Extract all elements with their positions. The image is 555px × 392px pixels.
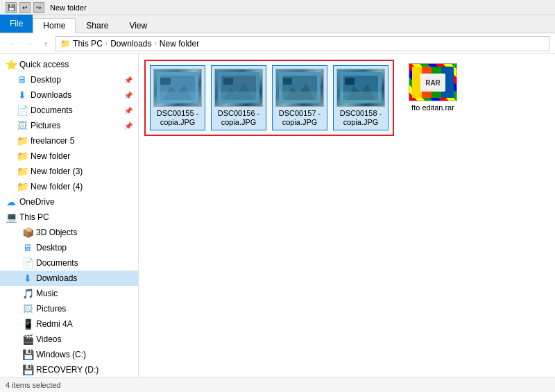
sidebar-item-label: freelancer 5 <box>31 136 74 146</box>
sidebar-item-label: Quick access <box>19 60 69 69</box>
tab-file[interactable]: File <box>0 15 33 33</box>
folder-icon: 📁 <box>17 166 28 177</box>
svg-rect-19 <box>345 78 355 85</box>
sidebar-item-documents-quick[interactable]: 📄 Documents 📌 <box>0 103 138 118</box>
thumbnail-image <box>215 69 262 106</box>
save-icon[interactable]: 💾 <box>6 2 17 13</box>
sidebar-item-label: Documents <box>31 105 73 115</box>
sidebar-item-new-folder[interactable]: 📁 New folder <box>0 148 138 164</box>
sidebar-item-label: Documents <box>36 258 78 268</box>
svg-rect-9 <box>223 78 233 85</box>
phone-icon: 📱 <box>22 318 33 330</box>
up-button[interactable]: ↑ <box>39 37 53 51</box>
sidebar-item-label: Desktop <box>36 243 67 253</box>
sidebar-item-music[interactable]: 🎵 Music <box>0 286 138 301</box>
thumbnail-image <box>154 69 201 106</box>
svg-rect-21 <box>412 67 422 98</box>
sidebar-item-new-folder4[interactable]: 📁 New folder (4) <box>0 179 138 194</box>
sidebar-item-onedrive[interactable]: ☁ OneDrive <box>0 194 138 210</box>
file-item-dsc157[interactable]: DSC00157 - copia.JPG <box>272 65 327 130</box>
file-thumbnail <box>153 69 202 107</box>
file-item-dsc155[interactable]: DSC00155 - copia.JPG <box>150 65 205 130</box>
folder-icon: 📁 <box>17 135 28 146</box>
sidebar-item-label: Pictures <box>36 304 66 314</box>
address-path[interactable]: 📁 This PC › Downloads › New folder <box>56 36 549 51</box>
sidebar-item-videos[interactable]: 🎬 Videos <box>0 332 138 347</box>
sidebar-item-new-folder3[interactable]: 📁 New folder (3) <box>0 164 138 179</box>
svg-rect-14 <box>283 78 292 85</box>
address-bar: ← → ↑ 📁 This PC › Downloads › New folder <box>0 33 555 54</box>
file-thumbnail <box>336 69 385 107</box>
sidebar-item-label: New folder <box>31 151 70 161</box>
sidebar-item-label: RECOVERY (D:) <box>36 365 99 375</box>
file-item-rar[interactable]: RAR fto editan.rar <box>405 60 461 136</box>
sidebar-item-label: Downloads <box>36 273 77 283</box>
ribbon: File Home Share View <box>0 15 555 33</box>
main-layout: ⭐ Quick access 🖥 Desktop 📌 ⬇ Downloads 📌… <box>0 54 555 392</box>
tab-view[interactable]: View <box>119 17 157 33</box>
svg-rect-4 <box>160 78 171 85</box>
file-thumbnail <box>214 69 263 107</box>
folder-icon: 📁 <box>17 151 28 162</box>
sidebar-item-freelancer5[interactable]: 📁 freelancer 5 <box>0 133 138 148</box>
sidebar-item-label: Music <box>36 289 58 298</box>
pc-icon: 💻 <box>6 212 17 223</box>
sidebar-item-pictures-quick[interactable]: 🖼 Pictures 📌 <box>0 118 138 133</box>
desktop-icon: 🖥 <box>22 242 33 253</box>
file-thumbnail-rar: RAR <box>409 63 457 101</box>
sidebar-item-3d-objects[interactable]: 📦 3D Objects <box>0 225 138 240</box>
svg-rect-8 <box>218 92 259 103</box>
tab-home[interactable]: Home <box>33 18 76 33</box>
status-text: 4 items selected <box>6 381 60 389</box>
sidebar-item-desktop[interactable]: 🖥 Desktop 📌 <box>0 72 138 87</box>
sidebar-item-windows-c[interactable]: 💾 Windows (C:) <box>0 347 138 362</box>
sidebar-item-label: New folder (4) <box>31 182 83 191</box>
sidebar-item-pictures-pc[interactable]: 🖼 Pictures <box>0 301 138 316</box>
file-name: DSC00157 - copia.JPG <box>275 109 324 127</box>
thumbnail-image <box>276 69 323 106</box>
drive-icon: 💾 <box>22 349 33 360</box>
file-grid: DSC00155 - copia.JPG <box>144 60 549 136</box>
sidebar-item-this-pc[interactable]: 💻 This PC <box>0 210 138 225</box>
sidebar-item-desktop-pc[interactable]: 🖥 Desktop <box>0 240 138 255</box>
file-name: DSC00158 - copia.JPG <box>336 109 385 127</box>
path-thispc: 📁 This PC <box>60 39 103 49</box>
sidebar-item-quick-access[interactable]: ⭐ Quick access <box>0 57 138 72</box>
pin-icon: 📌 <box>124 76 133 84</box>
pin-icon: 📌 <box>124 92 133 99</box>
pictures-icon: 🖼 <box>22 303 33 314</box>
drive-icon: 💾 <box>22 364 33 375</box>
svg-rect-13 <box>279 92 321 103</box>
forward-button[interactable]: → <box>22 37 36 51</box>
sidebar-item-recovery-d[interactable]: 💾 RECOVERY (D:) <box>0 362 138 377</box>
documents-icon: 📄 <box>17 105 28 116</box>
sidebar-item-label: This PC <box>19 212 49 222</box>
path-arrow-2: › <box>155 40 157 47</box>
threed-icon: 📦 <box>22 227 33 238</box>
undo-icon[interactable]: ↩ <box>19 2 31 13</box>
tab-share[interactable]: Share <box>76 17 119 33</box>
redo-icon[interactable]: ↪ <box>33 2 44 13</box>
star-icon: ⭐ <box>6 59 17 70</box>
sidebar-item-documents-pc[interactable]: 📄 Documents <box>0 255 138 271</box>
folder-icon: 📁 <box>17 181 28 192</box>
back-button[interactable]: ← <box>6 37 19 51</box>
sidebar-item-label: Windows (C:) <box>36 350 86 359</box>
sidebar-item-label: 3D Objects <box>36 228 77 237</box>
sidebar-item-downloads-pc[interactable]: ⬇ Downloads <box>0 271 138 286</box>
sidebar-item-label: Desktop <box>31 75 61 85</box>
sidebar-item-redmi4a[interactable]: 📱 Redmi 4A <box>0 316 138 332</box>
file-thumbnail <box>275 69 324 107</box>
title-bar-title: New folder <box>50 3 87 12</box>
file-name: DSC00155 - copia.JPG <box>153 109 202 127</box>
svg-text:RAR: RAR <box>425 79 441 87</box>
pin-icon: 📌 <box>124 122 133 130</box>
path-arrow-1: › <box>105 40 108 47</box>
sidebar-item-downloads-quick[interactable]: ⬇ Downloads 📌 <box>0 87 138 103</box>
sidebar-item-label: Redmi 4A <box>36 319 73 329</box>
downloads-icon: ⬇ <box>22 273 33 284</box>
rar-icon: RAR <box>409 64 456 101</box>
file-item-dsc158[interactable]: DSC00158 - copia.JPG <box>333 65 388 130</box>
file-item-dsc156[interactable]: DSC00156 - copia.JPG <box>211 65 266 130</box>
videos-icon: 🎬 <box>22 334 33 345</box>
